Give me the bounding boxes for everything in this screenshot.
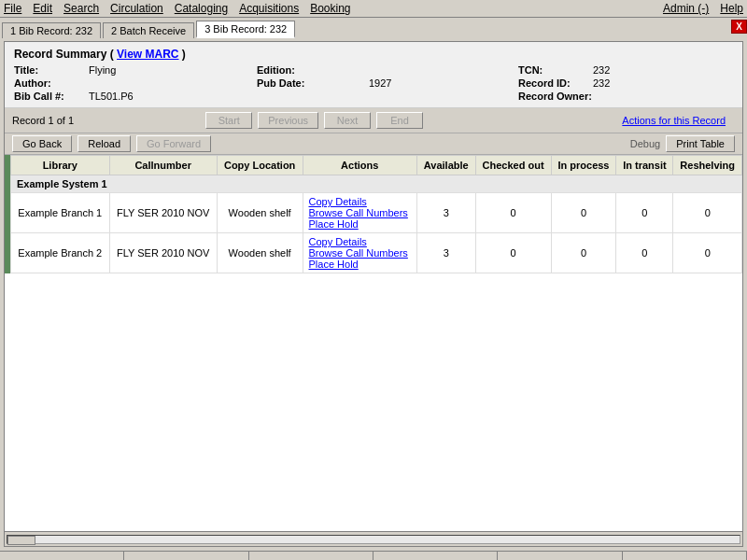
record-info: Record 1 of 1 <box>12 115 200 126</box>
table-wrapper: Library Callnumber Copy Location Actions… <box>5 155 742 273</box>
menu-booking[interactable]: Booking <box>310 2 350 15</box>
pub-date-label: Pub Date: <box>257 77 369 89</box>
cell-reshelving-1: 0 <box>673 233 742 273</box>
col-available: Available <box>417 156 476 175</box>
edition-value <box>369 64 518 76</box>
go-back-button[interactable]: Go Back <box>12 135 72 152</box>
reload-button[interactable]: Reload <box>78 135 131 152</box>
action-link-1-2[interactable]: Place Hold <box>309 259 412 270</box>
status-cell-4 <box>374 552 498 560</box>
status-cell-1 <box>0 552 124 560</box>
table-scroll[interactable]: Library Callnumber Copy Location Actions… <box>10 155 742 273</box>
col-actions: Actions <box>303 156 417 175</box>
tabbar: 1 Bib Record: 232 2 Batch Receive 3 Bib … <box>0 18 747 37</box>
cell-in-transit-0: 0 <box>616 193 673 233</box>
cell-library-1: Example Branch 2 <box>11 233 110 273</box>
tcn-label: TCN: <box>518 64 593 76</box>
end-button[interactable]: End <box>376 112 423 129</box>
cell-copy-location-0: Wooden shelf <box>217 193 303 233</box>
record-id-label: Record ID: <box>518 77 593 89</box>
menu-acquisitions[interactable]: Acquisitions <box>239 2 299 15</box>
nav-bar2: Go Back Reload Go Forward Debug Print Ta… <box>5 133 742 155</box>
cell-checked-out-0: 0 <box>475 193 551 233</box>
table-container[interactable]: Library Callnumber Copy Location Actions… <box>5 155 742 531</box>
title-label: Title: <box>14 64 89 76</box>
action-link-1-0[interactable]: Copy Details <box>309 236 412 247</box>
menubar-left: File Edit Search Circulation Cataloging … <box>4 2 351 15</box>
actions-for-record-link[interactable]: Actions for this Record <box>622 115 726 126</box>
created-label: Created <box>742 64 743 76</box>
bottom-scrollbar[interactable] <box>5 531 742 546</box>
record-summary-heading-end: ) <box>179 48 186 61</box>
record-summary-heading: Record Summary ( <box>14 48 117 61</box>
cell-library-0: Example Branch 1 <box>11 193 110 233</box>
main-content: Record Summary ( View MARC ) Title: Flyi… <box>4 41 743 547</box>
title-value: Flying <box>89 64 257 76</box>
menu-help[interactable]: Help <box>720 2 743 15</box>
record-owner-label: Record Owner: <box>518 91 593 102</box>
col-reshelving: Reshelving <box>673 156 742 175</box>
tab-3[interactable]: 3 Bib Record: 232 <box>196 21 295 38</box>
record-summary-title: Record Summary ( View MARC ) <box>14 48 733 61</box>
menu-search[interactable]: Search <box>63 2 99 15</box>
group-header-0: Example System 1 <box>11 175 742 193</box>
action-link-0-1[interactable]: Browse Call Numbers <box>309 207 412 218</box>
table-row: Example Branch 2FLY SER 2010 NOVWooden s… <box>11 233 742 273</box>
menu-edit[interactable]: Edit <box>33 2 52 15</box>
bib-call-label: Bib Call #: <box>14 91 89 102</box>
menu-admin[interactable]: Admin (-) <box>663 2 709 15</box>
nav-bar: Record 1 of 1 Start Previous Next End Ac… <box>5 108 742 133</box>
status-cell-3 <box>249 552 374 560</box>
cell-callnumber-1: FLY SER 2010 NOV <box>109 233 217 273</box>
bib-call-value: TL501.P6 <box>89 91 257 102</box>
status-cell-2 <box>124 552 248 560</box>
nav-bar2-right: Debug Print Table <box>630 135 735 152</box>
previous-button[interactable]: Previous <box>258 112 318 129</box>
menu-circulation[interactable]: Circulation <box>110 2 163 15</box>
table-row: Example Branch 1FLY SER 2010 NOVWooden s… <box>11 193 742 233</box>
cell-in-process-0: 0 <box>551 193 616 233</box>
menu-file[interactable]: File <box>4 2 21 15</box>
author-value <box>89 77 257 89</box>
start-button[interactable]: Start <box>205 112 252 129</box>
action-link-1-1[interactable]: Browse Call Numbers <box>309 247 412 259</box>
menu-cataloging[interactable]: Cataloging <box>175 2 228 15</box>
col-checked-out: Checked out <box>475 156 551 175</box>
action-link-0-0[interactable]: Copy Details <box>309 196 412 207</box>
go-forward-button[interactable]: Go Forward <box>136 135 211 152</box>
author-label: Author: <box>14 77 89 89</box>
horizontal-scrollbar[interactable] <box>7 535 740 544</box>
cell-reshelving-0: 0 <box>673 193 742 233</box>
tab-2[interactable]: 2 Batch Receive <box>103 22 194 38</box>
next-button[interactable]: Next <box>324 112 371 129</box>
close-button[interactable]: X <box>731 20 747 34</box>
action-link-0-2[interactable]: Place Hold <box>309 218 412 230</box>
cell-available-0: 3 <box>417 193 476 233</box>
nav-bar2-left: Go Back Reload Go Forward <box>12 135 211 152</box>
scrollbar-thumb[interactable] <box>7 536 35 545</box>
cell-in-transit-1: 0 <box>616 233 673 273</box>
cell-actions-0: Copy DetailsBrowse Call NumbersPlace Hol… <box>303 193 417 233</box>
summary-grid: Title: Flying Edition: TCN: 232 Created … <box>14 64 733 102</box>
col-copy-location: Copy Location <box>217 156 303 175</box>
col-library: Library <box>11 156 110 175</box>
status-cell-6 <box>623 552 747 560</box>
last-edited-label: Last Ed <box>742 77 743 89</box>
status-cell-5 <box>498 552 622 560</box>
print-table-button[interactable]: Print Table <box>666 135 735 152</box>
cell-in-process-1: 0 <box>551 233 616 273</box>
menubar: File Edit Search Circulation Cataloging … <box>0 0 747 18</box>
record-summary: Record Summary ( View MARC ) Title: Flyi… <box>5 42 742 108</box>
debug-label: Debug <box>630 138 660 149</box>
cell-checked-out-1: 0 <box>475 233 551 273</box>
menubar-right: Admin (-) Help <box>663 2 743 15</box>
tab-1[interactable]: 1 Bib Record: 232 <box>2 22 101 38</box>
cell-available-1: 3 <box>417 233 476 273</box>
edition-label: Edition: <box>257 64 369 76</box>
record-owner-value <box>593 91 742 102</box>
holdings-table: Library Callnumber Copy Location Actions… <box>10 155 742 273</box>
view-marc-link[interactable]: View MARC <box>117 48 178 61</box>
cell-callnumber-0: FLY SER 2010 NOV <box>109 193 217 233</box>
cell-copy-location-1: Wooden shelf <box>217 233 303 273</box>
tcn-value: 232 <box>593 64 742 76</box>
